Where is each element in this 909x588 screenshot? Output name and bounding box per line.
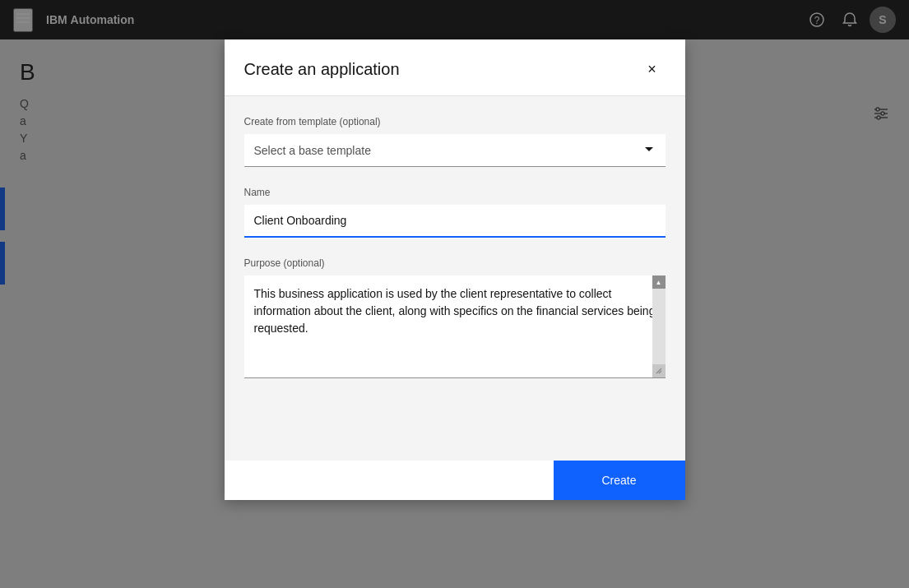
purpose-textarea[interactable]: This business application is used by the…: [244, 275, 666, 374]
template-dropdown[interactable]: Select a base template: [244, 134, 666, 167]
modal-title: Create an application: [244, 60, 400, 79]
purpose-label: Purpose (optional): [244, 257, 666, 269]
template-label: Create from template (optional): [244, 116, 666, 127]
purpose-textarea-wrapper: This business application is used by the…: [244, 275, 666, 378]
name-input[interactable]: [244, 205, 666, 238]
template-form-group: Create from template (optional) Select a…: [244, 116, 666, 167]
modal-footer: Create: [225, 461, 685, 500]
modal-close-button[interactable]: ×: [639, 56, 666, 82]
textarea-resize-handle[interactable]: [652, 364, 666, 377]
scroll-up-button[interactable]: ▲: [652, 275, 666, 289]
textarea-scrollbar[interactable]: ▲ ▼: [652, 275, 666, 377]
name-label: Name: [244, 187, 666, 198]
modal-overlay: Create an application × Create from temp…: [0, 0, 909, 588]
create-button[interactable]: Create: [554, 461, 685, 500]
purpose-form-group: Purpose (optional) This business applica…: [244, 257, 666, 378]
modal-body: Create from template (optional) Select a…: [225, 96, 685, 461]
template-dropdown-wrapper: Select a base template: [244, 134, 666, 167]
create-application-modal: Create an application × Create from temp…: [225, 39, 685, 500]
name-form-group: Name: [244, 187, 666, 238]
modal-header: Create an application ×: [225, 39, 685, 96]
